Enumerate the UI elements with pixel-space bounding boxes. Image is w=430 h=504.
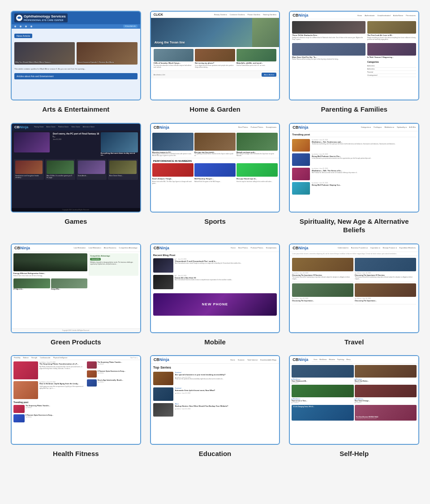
sports-art-text-3: Here he says he has been calling for his… <box>236 181 278 182</box>
card-label-games: Games <box>64 217 87 226</box>
spirit-row-text-3: by clickers • June 20, 2023 Meditation +… <box>312 168 416 174</box>
games-card-title-4: More Game News... <box>109 175 137 177</box>
hf-sp-1: The Surprising Pilates Transfor... by cl… <box>87 361 138 369</box>
travel-nav-item: Expedition Members <box>400 247 416 249</box>
games-nav-action: Action Game <box>47 126 56 128</box>
card-education[interactable]: CBNinja Home Summer Total Interest Downl… <box>150 355 280 458</box>
nav-dot <box>14 26 16 27</box>
ae-articles: Why You Should Watch Black Mirror Season… <box>12 40 140 66</box>
hf-sp-img-1 <box>87 361 97 369</box>
card-self-help[interactable]: CBNinja Home Mindfulness Motivation Psyc… <box>289 355 419 458</box>
green-header: CBNinja Last Motivation Lead Motivation … <box>12 244 140 252</box>
card-label-parenting-families: Parenting & Families <box>321 105 387 114</box>
games-featured: Don't worry, the PC port of Final Fantas… <box>14 132 138 158</box>
spirit-nav-item: Feelings ▸ <box>374 126 382 128</box>
sports-num-img-2 <box>194 163 236 177</box>
travel-img-4 <box>355 283 416 297</box>
sports-logo: CBNinja <box>154 125 169 130</box>
pf-article-img-4 <box>367 43 416 56</box>
sports-num-img-1 <box>152 163 194 177</box>
card-health-fitness[interactable]: Flexibility Balance Strength Cardiovascu… <box>11 355 141 458</box>
mobile-post-content-1: ▶ 2 June 16, 2023 'Chromebook X' and Chr… <box>175 258 277 273</box>
sh-bottom-card-2: Feel-Good Summer BUNDLE SALE Celebrating… <box>355 405 417 421</box>
travel-title-2: Discussing The Importance... <box>292 300 353 302</box>
travel-article-4: by clickers • June 18, 2023 Discussing T… <box>355 283 416 304</box>
hf-header: Flexibility Balance Strength Cardiovascu… <box>12 356 140 360</box>
card-home-garden[interactable]: CLICK Beauty Gardens Container Gardens F… <box>150 11 280 114</box>
pf-nav-perm: Permissions <box>406 14 416 17</box>
spirit-row-3: by clickers • June 20, 2023 Meditation +… <box>292 168 416 180</box>
card-label-home-garden: Home & Garden <box>189 105 240 114</box>
ae-bottom-bar: Articles about Arts and Entertainment <box>14 73 138 79</box>
card-spirituality[interactable]: CBNinja Categories ▸ Feelings ▸ Meditati… <box>289 123 419 235</box>
spirit-meta-3: by clickers • June 20, 2023 <box>312 168 416 169</box>
games-nav-racing: Racing Game <box>34 126 43 128</box>
hf-trending-1: The Surprising Pilates Transfor... by cl… <box>13 405 86 413</box>
edu-nav-item: Home <box>230 359 235 361</box>
games-featured-img-1 <box>14 132 50 152</box>
games-card-img-4 <box>109 161 137 174</box>
pf-article-text-2: Ready everything we know in this about e… <box>367 37 416 41</box>
hf-trending-img-2 <box>13 414 25 422</box>
green-cards: ET Edge to he... Energy-Effici... <box>13 278 87 291</box>
hf-nav-strength: Strength <box>31 357 37 359</box>
card-travel[interactable]: CBNinja Understand ▸ Business Founders ▸… <box>289 243 419 347</box>
preview-education: CBNinja Home Summer Total Interest Downl… <box>150 355 280 445</box>
mobile-post-content-2: ▶ 0 June 16, 2023 Gemini AI in Non Kein … <box>175 275 277 289</box>
card-arts-entertainment[interactable]: Ophthalmology Services PROFESSIONAL EYE … <box>11 11 141 114</box>
games-header: CBNinja Racing Game Action Game Platform… <box>12 124 140 130</box>
hf-nav-cardio: Cardiovascular <box>40 357 50 359</box>
hg-nav-item: Container Gardens <box>230 13 245 16</box>
sports-numbers <box>151 163 280 178</box>
card-games[interactable]: CBNinja Racing Game Action Game Platform… <box>11 123 141 235</box>
sh-bottom: 11 Life-Changing Tools, 9%% O... Feel-Go… <box>290 405 418 422</box>
green-sidebar: Competitive Advantage Sustainability Mul… <box>89 253 138 291</box>
games-nav-video: Video Game <box>71 126 80 128</box>
hg-article-img-2 <box>195 49 235 61</box>
mobile-nav-item: Podcast Photos <box>251 247 263 249</box>
hf-trending-2: 8 Thoracic Spine Exercises to Keep... by… <box>13 414 86 422</box>
hg-header: CLICK Beauty Gardens Container Gardens F… <box>151 12 280 18</box>
pf-article-img-2 <box>367 21 416 34</box>
games-meta-1: June 28, 2023 <box>53 139 99 140</box>
card-label-sports: Sports <box>204 217 226 226</box>
ae-new-article-area: New Article <box>12 29 140 40</box>
sports-hero-text-1: Cindy Eggerte continued for a weekend se… <box>152 153 194 157</box>
sports-nav: Best Photos Podcast Photos Smartphones <box>238 126 276 128</box>
hf-trending-img-1 <box>13 405 25 413</box>
preview-sports: CBNinja Best Photos Podcast Photos Smart… <box>150 123 280 213</box>
green-content: Energy-Efficient Refrigeration Solut... … <box>12 252 140 292</box>
preview-parenting-families: CBNinja Home Authenticate Unauthenticate… <box>289 11 419 100</box>
mobile-nav-item: Home <box>231 247 236 249</box>
hf-sidebar: The Surprising Pilates Transfor... by cl… <box>87 361 138 424</box>
ae-article-img-1: Why You Should Watch Black Mirror Season… <box>14 42 75 65</box>
travel-nav-item: Business Founders ▸ <box>351 247 368 249</box>
sports-hero-text-2: The pitching schedule offers chances for… <box>194 153 236 157</box>
pf-nav-auth: Authenticate <box>365 14 374 17</box>
edu-art-img-3 <box>153 403 173 417</box>
edu-topseries: Top Series Functional Are special charac… <box>151 364 280 421</box>
green-card-1: ET Edge to he... <box>13 278 50 291</box>
preview-travel: CBNinja Understand ▸ Business Founders ▸… <box>289 243 419 333</box>
ae-logo-text: Ophthalmology Services PROFESSIONAL EYE … <box>24 14 66 22</box>
hg-hero-image <box>252 18 279 47</box>
card-green-products[interactable]: CBNinja Last Motivation Lead Motivation … <box>11 243 141 347</box>
pf-sidebar: The First Look At: Love in Bl... Ready e… <box>367 21 416 77</box>
pf-article-img-3 <box>292 43 366 56</box>
sh-nav-money: Money <box>346 359 350 361</box>
card-mobile[interactable]: CBNinja Home Best Photos Podcast Photos … <box>150 243 280 347</box>
card-parenting-families[interactable]: CBNinja Home Authenticate Unauthenticate… <box>289 11 419 114</box>
pf-cat-item-2: Authorities <box>367 68 416 71</box>
pf-content: These TikTok Starbucks Drin... Swiftly a… <box>290 19 418 79</box>
eye-icon <box>16 15 22 21</box>
pf-article-3: Mom Goes Viral For Her 'Tu... Rather Wom… <box>292 43 366 61</box>
card-sports[interactable]: CBNinja Best Photos Podcast Photos Smart… <box>150 123 280 235</box>
spirit-nav-item: Categories ▸ <box>361 126 371 128</box>
spirit-desc-3: Min Podcast for offers an entire sense o… <box>312 172 416 174</box>
hg-article-text-1: The deep dive adventure to these cliff-s… <box>154 65 194 69</box>
edu-art-content-1: Functional Are special characters in you… <box>175 372 277 380</box>
travel-meta-4: by clickers • June 18, 2023 <box>355 298 416 300</box>
spirit-img-4 <box>292 182 310 195</box>
travel-nav: Understand ▸ Business Founders ▸ Inspira… <box>338 247 416 249</box>
sports-hero: Alouettes improve to 2-0... Cindy Eggert… <box>151 131 280 158</box>
